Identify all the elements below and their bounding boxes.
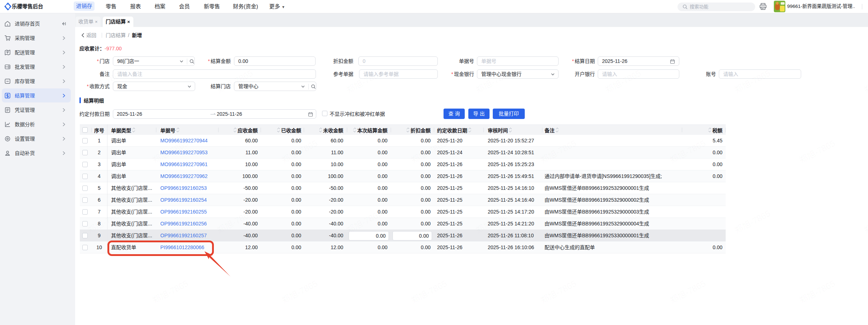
svg-text:郑旭-7865: 郑旭-7865	[539, 278, 578, 305]
svg-text:郑旭-7865: 郑旭-7865	[280, 278, 319, 305]
svg-text:郑旭-7865: 郑旭-7865	[798, 278, 837, 305]
svg-text:郑旭-7865: 郑旭-7865	[862, 208, 868, 235]
svg-text:郑旭-7865: 郑旭-7865	[409, 278, 449, 305]
svg-text:郑旭-7865: 郑旭-7865	[862, 68, 868, 95]
svg-text:郑旭-7865: 郑旭-7865	[798, 138, 837, 165]
svg-text:郑旭-7865: 郑旭-7865	[151, 278, 190, 305]
svg-text:郑旭-7865: 郑旭-7865	[668, 278, 707, 305]
svg-text:郑旭-7865: 郑旭-7865	[733, 208, 772, 235]
